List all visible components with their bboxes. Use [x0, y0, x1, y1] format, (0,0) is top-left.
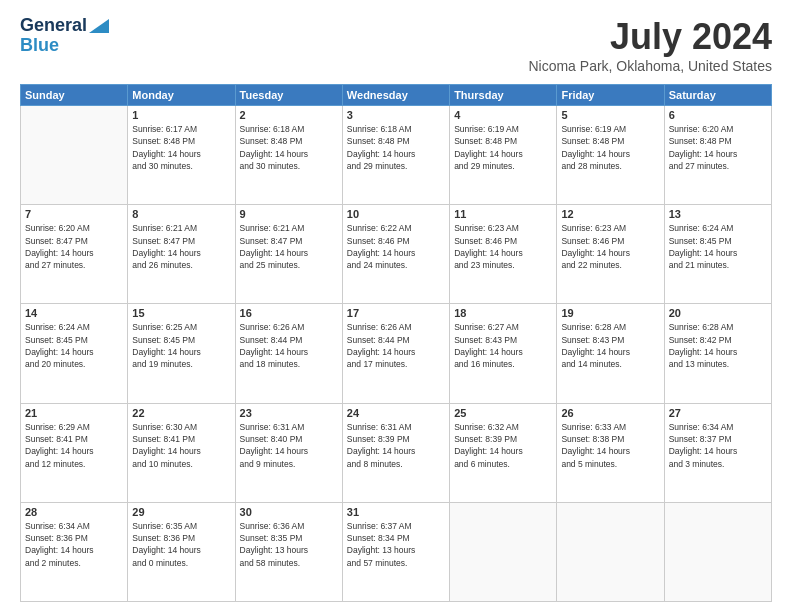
day-number: 15	[132, 307, 230, 319]
day-info: Sunrise: 6:19 AM Sunset: 8:48 PM Dayligh…	[454, 123, 552, 172]
day-number: 19	[561, 307, 659, 319]
calendar-header-tuesday: Tuesday	[235, 85, 342, 106]
logo-icon	[89, 19, 109, 33]
day-info: Sunrise: 6:34 AM Sunset: 8:37 PM Dayligh…	[669, 421, 767, 470]
day-number: 9	[240, 208, 338, 220]
calendar-header-sunday: Sunday	[21, 85, 128, 106]
day-number: 14	[25, 307, 123, 319]
day-number: 5	[561, 109, 659, 121]
calendar-week-row: 28Sunrise: 6:34 AM Sunset: 8:36 PM Dayli…	[21, 502, 772, 601]
day-number: 10	[347, 208, 445, 220]
logo-general: General	[20, 16, 87, 36]
calendar-cell: 12Sunrise: 6:23 AM Sunset: 8:46 PM Dayli…	[557, 205, 664, 304]
day-info: Sunrise: 6:37 AM Sunset: 8:34 PM Dayligh…	[347, 520, 445, 569]
header: General Blue July 2024 Nicoma Park, Okla…	[20, 16, 772, 74]
day-info: Sunrise: 6:30 AM Sunset: 8:41 PM Dayligh…	[132, 421, 230, 470]
calendar-week-row: 7Sunrise: 6:20 AM Sunset: 8:47 PM Daylig…	[21, 205, 772, 304]
calendar-cell: 10Sunrise: 6:22 AM Sunset: 8:46 PM Dayli…	[342, 205, 449, 304]
calendar-cell: 19Sunrise: 6:28 AM Sunset: 8:43 PM Dayli…	[557, 304, 664, 403]
calendar-cell: 31Sunrise: 6:37 AM Sunset: 8:34 PM Dayli…	[342, 502, 449, 601]
logo: General Blue	[20, 16, 109, 56]
day-info: Sunrise: 6:28 AM Sunset: 8:42 PM Dayligh…	[669, 321, 767, 370]
calendar-cell: 18Sunrise: 6:27 AM Sunset: 8:43 PM Dayli…	[450, 304, 557, 403]
day-number: 31	[347, 506, 445, 518]
calendar-cell: 11Sunrise: 6:23 AM Sunset: 8:46 PM Dayli…	[450, 205, 557, 304]
day-info: Sunrise: 6:18 AM Sunset: 8:48 PM Dayligh…	[240, 123, 338, 172]
day-info: Sunrise: 6:36 AM Sunset: 8:35 PM Dayligh…	[240, 520, 338, 569]
day-number: 18	[454, 307, 552, 319]
day-info: Sunrise: 6:26 AM Sunset: 8:44 PM Dayligh…	[347, 321, 445, 370]
day-number: 25	[454, 407, 552, 419]
month-title: July 2024	[528, 16, 772, 58]
calendar-cell: 21Sunrise: 6:29 AM Sunset: 8:41 PM Dayli…	[21, 403, 128, 502]
page: General Blue July 2024 Nicoma Park, Okla…	[0, 0, 792, 612]
calendar-cell: 17Sunrise: 6:26 AM Sunset: 8:44 PM Dayli…	[342, 304, 449, 403]
day-info: Sunrise: 6:34 AM Sunset: 8:36 PM Dayligh…	[25, 520, 123, 569]
calendar-header-row: SundayMondayTuesdayWednesdayThursdayFrid…	[21, 85, 772, 106]
day-number: 7	[25, 208, 123, 220]
day-info: Sunrise: 6:31 AM Sunset: 8:39 PM Dayligh…	[347, 421, 445, 470]
calendar-cell: 3Sunrise: 6:18 AM Sunset: 8:48 PM Daylig…	[342, 106, 449, 205]
calendar-header-friday: Friday	[557, 85, 664, 106]
calendar-cell: 8Sunrise: 6:21 AM Sunset: 8:47 PM Daylig…	[128, 205, 235, 304]
day-number: 1	[132, 109, 230, 121]
day-info: Sunrise: 6:32 AM Sunset: 8:39 PM Dayligh…	[454, 421, 552, 470]
day-number: 22	[132, 407, 230, 419]
calendar-week-row: 21Sunrise: 6:29 AM Sunset: 8:41 PM Dayli…	[21, 403, 772, 502]
day-number: 24	[347, 407, 445, 419]
day-info: Sunrise: 6:23 AM Sunset: 8:46 PM Dayligh…	[454, 222, 552, 271]
day-number: 6	[669, 109, 767, 121]
calendar-cell	[21, 106, 128, 205]
day-info: Sunrise: 6:19 AM Sunset: 8:48 PM Dayligh…	[561, 123, 659, 172]
calendar-cell: 13Sunrise: 6:24 AM Sunset: 8:45 PM Dayli…	[664, 205, 771, 304]
day-info: Sunrise: 6:21 AM Sunset: 8:47 PM Dayligh…	[240, 222, 338, 271]
day-number: 26	[561, 407, 659, 419]
day-info: Sunrise: 6:17 AM Sunset: 8:48 PM Dayligh…	[132, 123, 230, 172]
calendar-cell: 15Sunrise: 6:25 AM Sunset: 8:45 PM Dayli…	[128, 304, 235, 403]
calendar-cell	[664, 502, 771, 601]
calendar-cell: 1Sunrise: 6:17 AM Sunset: 8:48 PM Daylig…	[128, 106, 235, 205]
calendar-cell: 7Sunrise: 6:20 AM Sunset: 8:47 PM Daylig…	[21, 205, 128, 304]
day-info: Sunrise: 6:28 AM Sunset: 8:43 PM Dayligh…	[561, 321, 659, 370]
calendar-cell: 20Sunrise: 6:28 AM Sunset: 8:42 PM Dayli…	[664, 304, 771, 403]
location: Nicoma Park, Oklahoma, United States	[528, 58, 772, 74]
calendar-cell: 22Sunrise: 6:30 AM Sunset: 8:41 PM Dayli…	[128, 403, 235, 502]
calendar-week-row: 14Sunrise: 6:24 AM Sunset: 8:45 PM Dayli…	[21, 304, 772, 403]
calendar-cell: 9Sunrise: 6:21 AM Sunset: 8:47 PM Daylig…	[235, 205, 342, 304]
day-info: Sunrise: 6:20 AM Sunset: 8:47 PM Dayligh…	[25, 222, 123, 271]
day-info: Sunrise: 6:18 AM Sunset: 8:48 PM Dayligh…	[347, 123, 445, 172]
calendar-cell: 27Sunrise: 6:34 AM Sunset: 8:37 PM Dayli…	[664, 403, 771, 502]
calendar-cell: 16Sunrise: 6:26 AM Sunset: 8:44 PM Dayli…	[235, 304, 342, 403]
day-number: 16	[240, 307, 338, 319]
calendar-header-wednesday: Wednesday	[342, 85, 449, 106]
day-number: 4	[454, 109, 552, 121]
day-info: Sunrise: 6:35 AM Sunset: 8:36 PM Dayligh…	[132, 520, 230, 569]
day-number: 13	[669, 208, 767, 220]
calendar-cell: 28Sunrise: 6:34 AM Sunset: 8:36 PM Dayli…	[21, 502, 128, 601]
calendar-cell	[450, 502, 557, 601]
day-number: 20	[669, 307, 767, 319]
day-info: Sunrise: 6:22 AM Sunset: 8:46 PM Dayligh…	[347, 222, 445, 271]
calendar-cell: 23Sunrise: 6:31 AM Sunset: 8:40 PM Dayli…	[235, 403, 342, 502]
day-info: Sunrise: 6:20 AM Sunset: 8:48 PM Dayligh…	[669, 123, 767, 172]
calendar-cell: 24Sunrise: 6:31 AM Sunset: 8:39 PM Dayli…	[342, 403, 449, 502]
day-number: 23	[240, 407, 338, 419]
calendar-cell: 6Sunrise: 6:20 AM Sunset: 8:48 PM Daylig…	[664, 106, 771, 205]
calendar-cell: 4Sunrise: 6:19 AM Sunset: 8:48 PM Daylig…	[450, 106, 557, 205]
day-number: 28	[25, 506, 123, 518]
calendar-cell: 30Sunrise: 6:36 AM Sunset: 8:35 PM Dayli…	[235, 502, 342, 601]
day-number: 30	[240, 506, 338, 518]
day-info: Sunrise: 6:25 AM Sunset: 8:45 PM Dayligh…	[132, 321, 230, 370]
day-number: 21	[25, 407, 123, 419]
calendar-cell	[557, 502, 664, 601]
day-info: Sunrise: 6:31 AM Sunset: 8:40 PM Dayligh…	[240, 421, 338, 470]
title-block: July 2024 Nicoma Park, Oklahoma, United …	[528, 16, 772, 74]
calendar-cell: 26Sunrise: 6:33 AM Sunset: 8:38 PM Dayli…	[557, 403, 664, 502]
calendar-cell: 29Sunrise: 6:35 AM Sunset: 8:36 PM Dayli…	[128, 502, 235, 601]
calendar-header-saturday: Saturday	[664, 85, 771, 106]
day-number: 12	[561, 208, 659, 220]
day-number: 3	[347, 109, 445, 121]
calendar-cell: 2Sunrise: 6:18 AM Sunset: 8:48 PM Daylig…	[235, 106, 342, 205]
day-info: Sunrise: 6:24 AM Sunset: 8:45 PM Dayligh…	[25, 321, 123, 370]
day-info: Sunrise: 6:24 AM Sunset: 8:45 PM Dayligh…	[669, 222, 767, 271]
